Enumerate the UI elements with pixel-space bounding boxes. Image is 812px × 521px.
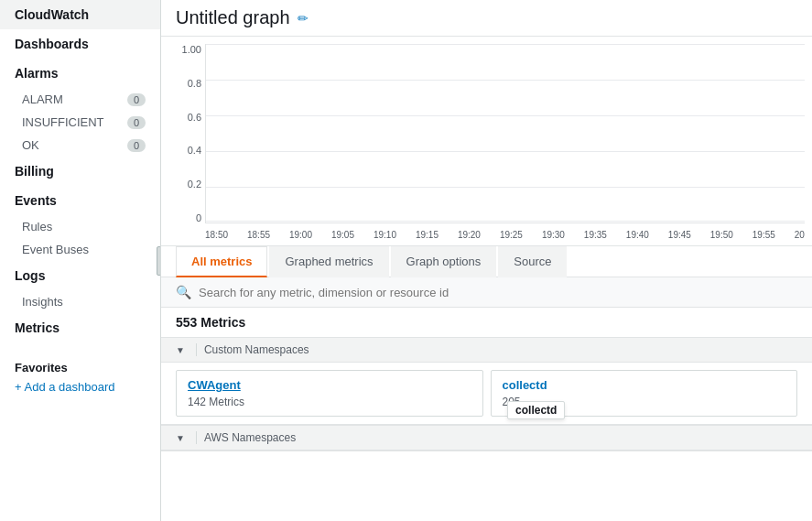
collectd-tooltip-wrap: collectd collectd: [503, 378, 547, 392]
y-label-5: 0.2: [188, 179, 201, 190]
ok-badge: 0: [127, 139, 146, 152]
chart-container: 1.00 0.8 0.6 0.4 0.2 0 18:50 18:55 19:00: [161, 37, 812, 246]
grid-line-4: [206, 151, 805, 152]
metrics-panel: 🔍 553 Metrics ▼ Custom Namespaces CWAgen…: [161, 277, 812, 521]
aws-namespaces-section: ▼ AWS Namespaces: [161, 425, 812, 451]
insufficient-badge: 0: [127, 116, 146, 129]
sidebar: ◀ CloudWatch Dashboards Alarms ALARM 0 I…: [0, 0, 161, 521]
sidebar-item-cloudwatch[interactable]: CloudWatch: [0, 0, 160, 29]
x-label-8: 19:25: [500, 230, 523, 240]
x-label-12: 19:45: [668, 230, 691, 240]
chart-x-axis: 18:50 18:55 19:00 19:05 19:10 19:15 19:2…: [205, 223, 805, 245]
aws-namespaces-header: ▼ AWS Namespaces: [161, 425, 812, 450]
sidebar-item-insufficient[interactable]: INSUFFICIENT 0: [0, 111, 160, 134]
y-label-3: 0.6: [188, 112, 201, 123]
sidebar-item-metrics[interactable]: Metrics: [0, 313, 160, 342]
sidebar-item-billing[interactable]: Billing: [0, 157, 160, 186]
collectd-tooltip: collectd: [507, 401, 565, 419]
favorites-title: Favorites: [15, 361, 146, 374]
sidebar-item-events[interactable]: Events: [0, 186, 160, 215]
cwagent-link[interactable]: CWAgent: [188, 378, 471, 392]
collapse-arrow-icon: ◀: [160, 255, 161, 266]
x-label-2: 18:55: [247, 230, 270, 240]
custom-namespace-items: CWAgent 142 Metrics collectd collectd 20…: [161, 363, 812, 424]
sidebar-item-logs[interactable]: Logs: [0, 261, 160, 290]
grid-line-5: [206, 187, 805, 188]
custom-namespaces-title: Custom Namespaces: [196, 343, 797, 356]
metrics-count: 553 Metrics: [161, 308, 812, 337]
x-label-14: 19:55: [752, 230, 775, 240]
aws-namespaces-title: AWS Namespaces: [196, 431, 797, 444]
x-label-5: 19:10: [374, 230, 396, 240]
search-input[interactable]: [199, 286, 797, 299]
y-label-2: 0.8: [188, 78, 201, 89]
graph-title: Untitled graph: [176, 7, 290, 28]
graph-header: Untitled graph ✏: [161, 0, 812, 37]
y-label-6: 0: [196, 212, 201, 223]
x-label-7: 19:20: [458, 230, 481, 240]
y-label-1: 1.00: [182, 44, 201, 55]
main-content: Untitled graph ✏ 1.00 0.8 0.6 0.4 0.2 0: [161, 0, 812, 521]
sidebar-item-alarm[interactable]: ALARM 0: [0, 88, 160, 111]
tab-source[interactable]: Source: [498, 246, 567, 277]
aws-namespaces-arrow-icon[interactable]: ▼: [176, 433, 185, 443]
edit-title-icon[interactable]: ✏: [298, 11, 309, 26]
collectd-card: collectd collectd 205: [491, 370, 798, 417]
y-label-4: 0.4: [188, 145, 201, 156]
favorites-section: Favorites + Add a dashboard: [0, 353, 160, 401]
chart-inner: 1.00 0.8 0.6 0.4 0.2 0 18:50 18:55 19:00: [168, 44, 805, 245]
grid-line-3: [206, 115, 805, 116]
x-label-10: 19:35: [584, 230, 607, 240]
grid-line-2: [206, 80, 805, 81]
x-label-6: 19:15: [416, 230, 438, 240]
chart-y-axis: 1.00 0.8 0.6 0.4 0.2 0: [168, 44, 205, 223]
tab-all-metrics[interactable]: All metrics: [176, 246, 267, 277]
alarm-badge: 0: [127, 93, 146, 106]
add-dashboard-button[interactable]: + Add a dashboard: [15, 380, 146, 394]
search-bar: 🔍: [161, 277, 812, 308]
x-label-15: 20: [795, 230, 805, 240]
x-label-13: 19:50: [710, 230, 733, 240]
cwagent-count: 142 Metrics: [188, 396, 471, 408]
x-label-1: 18:50: [205, 230, 228, 240]
grid-line-top: [206, 44, 805, 45]
x-label-4: 19:05: [331, 230, 354, 240]
collectd-link[interactable]: collectd collectd: [503, 378, 786, 392]
cwagent-card: CWAgent 142 Metrics: [176, 370, 483, 417]
tabs-bar: All metrics Graphed metrics Graph option…: [161, 246, 812, 277]
x-label-11: 19:40: [626, 230, 649, 240]
custom-namespaces-arrow-icon[interactable]: ▼: [176, 345, 185, 355]
x-label-9: 19:30: [542, 230, 565, 240]
sidebar-item-event-buses[interactable]: Event Buses: [0, 238, 160, 261]
search-icon: 🔍: [176, 285, 191, 299]
sidebar-collapse-button[interactable]: ◀: [157, 246, 161, 276]
sidebar-item-insights[interactable]: Insights: [0, 290, 160, 313]
custom-namespaces-header: ▼ Custom Namespaces: [161, 337, 812, 363]
custom-namespaces-section: ▼ Custom Namespaces CWAgent 142 Metrics …: [161, 337, 812, 425]
sidebar-item-rules[interactable]: Rules: [0, 215, 160, 238]
tab-graph-options[interactable]: Graph options: [391, 246, 497, 277]
sidebar-item-alarms[interactable]: Alarms: [0, 59, 160, 88]
chart-plot: [205, 44, 805, 223]
x-label-3: 19:00: [289, 230, 312, 240]
sidebar-item-dashboards[interactable]: Dashboards: [0, 29, 160, 59]
sidebar-item-ok[interactable]: OK 0: [0, 134, 160, 157]
tab-graphed-metrics[interactable]: Graphed metrics: [269, 246, 388, 277]
grid-line-bottom: [206, 221, 805, 222]
